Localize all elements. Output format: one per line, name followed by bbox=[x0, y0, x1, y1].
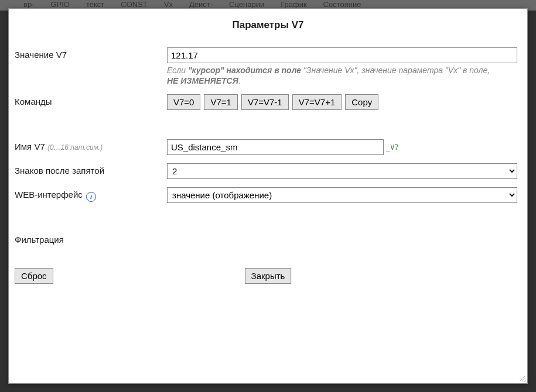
cmd-dec-button[interactable]: V7=V7-1 bbox=[241, 94, 289, 110]
name-label: Имя V7 (0…16 лат.сим.) bbox=[15, 139, 167, 152]
value-input[interactable] bbox=[167, 47, 517, 63]
cmd-zero-button[interactable]: V7=0 bbox=[167, 94, 200, 110]
web-label: WEB-интерфейс i bbox=[15, 187, 167, 202]
decimals-label: Знаков после запятой bbox=[15, 163, 167, 176]
cmd-inc-button[interactable]: V7=V7+1 bbox=[292, 94, 342, 110]
cmd-copy-button[interactable]: Copy bbox=[345, 94, 378, 110]
web-select[interactable]: значение (отображение) bbox=[167, 187, 517, 203]
cmd-one-button[interactable]: V7=1 bbox=[204, 94, 237, 110]
value-label: Значение V7 bbox=[15, 47, 167, 60]
reset-button[interactable]: Сброс bbox=[15, 268, 53, 284]
commands-row: V7=0 V7=1 V7=V7-1 V7=V7+1 Copy bbox=[167, 94, 521, 110]
close-button[interactable]: Закрыть bbox=[245, 268, 292, 284]
dialog-title: Параметры V7 bbox=[15, 19, 521, 31]
svg-line-2 bbox=[524, 380, 525, 381]
info-icon[interactable]: i bbox=[86, 192, 96, 202]
value-hint: Если "курсор" находится в поле "Значение… bbox=[167, 66, 521, 86]
name-suffix: _V7 bbox=[386, 143, 399, 152]
filter-label: Фильтрация bbox=[15, 232, 167, 245]
resize-handle-icon[interactable] bbox=[518, 374, 526, 382]
decimals-select[interactable]: 2 bbox=[167, 163, 517, 179]
name-input[interactable] bbox=[167, 139, 384, 155]
commands-label: Команды bbox=[15, 94, 167, 106]
parameters-dialog: Параметры V7 Значение V7 Если "курсор" н… bbox=[8, 8, 528, 384]
